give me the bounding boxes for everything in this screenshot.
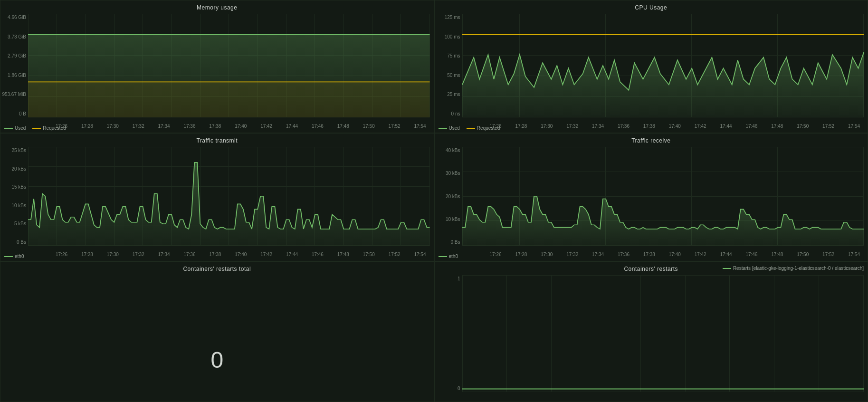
svg-marker-1 xyxy=(28,82,430,117)
cr-chart-svg xyxy=(462,275,864,392)
tt-legend: eth0 xyxy=(4,254,24,259)
tt-eth0-dot xyxy=(4,256,13,257)
traffic-receive-panel: Traffic receive 40 kBs 30 kBs 20 kBs 10 … xyxy=(434,133,868,261)
memory-chart-svg xyxy=(28,14,430,117)
memory-usage-title: Memory usage xyxy=(0,0,434,13)
tr-chart-svg xyxy=(462,147,864,246)
tt-x-axis: 17:26 17:28 17:30 17:32 17:34 17:36 17:3… xyxy=(56,252,426,257)
tr-legend-eth0: eth0 xyxy=(439,254,458,259)
containers-restarts-total-panel: Containers' restarts total 0 xyxy=(0,261,434,402)
cpu-chart-area: 17:26 17:28 17:30 17:32 17:34 17:36 17:3… xyxy=(462,14,864,117)
cr-legend-area: Restarts [elastic-gke-logging-1-elastics… xyxy=(723,266,864,271)
cpu-requested-dot xyxy=(467,128,475,129)
tr-y-axis: 40 kBs 30 kBs 20 kBs 10 kBs 0 Bs xyxy=(435,147,462,246)
memory-legend-requested: Requested xyxy=(32,125,66,131)
cpu-chart-svg xyxy=(462,14,864,117)
memory-usage-content: 4.66 GiB 3.73 GiB 2.79 GiB 1.86 GiB 953.… xyxy=(0,14,434,117)
tr-chart-area: 17:26 17:28 17:30 17:32 17:34 17:36 17:3… xyxy=(462,147,864,246)
cpu-legend-requested: Requested xyxy=(467,125,500,131)
cpu-x-axis: 17:26 17:28 17:30 17:32 17:34 17:36 17:3… xyxy=(490,124,860,129)
containers-restarts-total-value: 0 xyxy=(210,347,223,373)
traffic-transmit-title: Traffic transmit xyxy=(0,134,434,146)
svg-marker-3 xyxy=(462,52,864,117)
tt-chart-area: 17:26 17:28 17:30 17:32 17:34 17:36 17:3… xyxy=(28,147,430,246)
cpu-usage-title: CPU Usage xyxy=(435,0,868,13)
tr-legend: eth0 xyxy=(439,254,458,259)
svg-marker-5 xyxy=(462,196,864,246)
tt-y-axis: 25 kBs 20 kBs 15 kBs 10 kBs 5 kBs 0 Bs xyxy=(0,147,28,246)
memory-legend: Used Requested xyxy=(4,125,66,131)
containers-restarts-total-title: Containers' restarts total xyxy=(0,262,434,274)
memory-requested-dot xyxy=(32,128,41,129)
cpu-usage-content: 125 ms 100 ms 75 ms 50 ms 25 ms 0 ns xyxy=(435,14,868,117)
cpu-y-axis: 125 ms 100 ms 75 ms 50 ms 25 ms 0 ns xyxy=(435,14,462,117)
cr-restarts-dot xyxy=(723,268,731,269)
memory-used-label: Used xyxy=(15,125,26,131)
cpu-used-label: Used xyxy=(449,125,460,131)
cr-restarts-label: Restarts [elastic-gke-logging-1-elastics… xyxy=(733,266,864,271)
traffic-receive-content: 40 kBs 30 kBs 20 kBs 10 kBs 0 Bs xyxy=(435,147,868,246)
dashboard: Memory usage 4.66 GiB 3.73 GiB 2.79 GiB … xyxy=(0,0,868,402)
tr-eth0-dot xyxy=(439,256,447,257)
cr-y-axis: 1 0 xyxy=(435,275,462,392)
traffic-transmit-panel: Traffic transmit 25 kBs 20 kBs 15 kBs 10… xyxy=(0,133,434,261)
memory-legend-used: Used xyxy=(4,125,26,131)
memory-x-axis: 17:26 17:28 17:30 17:32 17:34 17:36 17:3… xyxy=(56,124,426,129)
cpu-requested-label: Requested xyxy=(477,125,500,131)
containers-restarts-panel: Containers' restarts 1 0 xyxy=(434,261,868,402)
tt-legend-eth0: eth0 xyxy=(4,254,24,259)
containers-restarts-content: 1 0 xyxy=(435,275,868,392)
tr-eth0-label: eth0 xyxy=(449,254,458,259)
memory-y-axis: 4.66 GiB 3.73 GiB 2.79 GiB 1.86 GiB 953.… xyxy=(0,14,28,117)
traffic-receive-title: Traffic receive xyxy=(435,134,868,146)
memory-chart-area: 17:26 17:28 17:30 17:32 17:34 17:36 17:3… xyxy=(28,14,430,117)
memory-requested-label: Requested xyxy=(43,125,66,131)
memory-usage-panel: Memory usage 4.66 GiB 3.73 GiB 2.79 GiB … xyxy=(0,0,434,133)
traffic-transmit-content: 25 kBs 20 kBs 15 kBs 10 kBs 5 kBs 0 Bs xyxy=(0,147,434,246)
cpu-legend-used: Used xyxy=(439,125,460,131)
cr-chart-area: Restarts [elastic-gke-logging-1-elastics… xyxy=(462,275,864,392)
tt-chart-svg xyxy=(28,147,430,246)
cpu-usage-panel: CPU Usage 125 ms 100 ms 75 ms 50 ms 25 m… xyxy=(434,0,868,133)
cpu-used-dot xyxy=(439,128,447,129)
cpu-legend: Used Requested xyxy=(439,125,500,131)
tt-eth0-label: eth0 xyxy=(15,254,24,259)
memory-used-dot xyxy=(4,128,13,129)
tr-x-axis: 17:26 17:28 17:30 17:32 17:34 17:36 17:3… xyxy=(490,252,860,257)
